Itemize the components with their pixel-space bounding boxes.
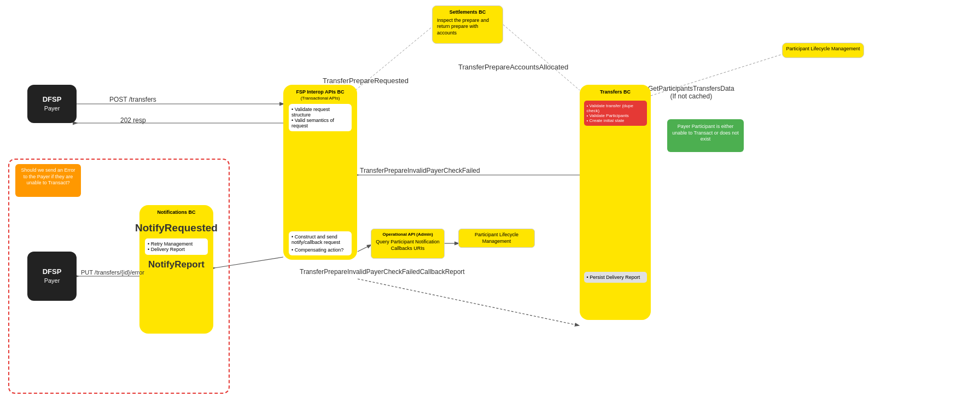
operational-api-label: Operational API (Admin): [374, 232, 441, 237]
dfsp-label-top: DFSP: [43, 95, 62, 104]
get-participants-label: GetParticipantsTransfersData (If not cac…: [648, 85, 734, 100]
transfer-prepare-accounts-label: TransferPrepareAccountsAllocated: [458, 63, 568, 71]
post-transfers-label: POST /transfers: [109, 96, 156, 103]
fsp-validate-box: • Validate request structure • Valid sem…: [289, 104, 352, 131]
svg-line-3: [503, 25, 580, 90]
should-we-send-text: Should we send an Error to the Payer if …: [21, 167, 75, 185]
notifications-bc-items: • Retry Management • Delivery Report: [145, 238, 208, 255]
participant-lifecycle-top-label: Participant Lifecycle Management: [786, 46, 860, 51]
svg-line-7: [358, 245, 371, 252]
notify-requested-text: NotifyRequested: [135, 222, 218, 234]
participant-lifecycle-top: Participant Lifecycle Management: [782, 43, 864, 58]
payer-error-box: Payer Participant is either unable to Tr…: [667, 119, 744, 152]
transfer-prepare-requested-label: TransferPrepareRequested: [323, 77, 409, 85]
validate-transfer-box: • Validate transfer (dupe check) • Valid…: [584, 101, 647, 126]
settlements-bc-label: Settlements BC: [437, 9, 498, 16]
dfsp-payer-top: DFSP Payer: [27, 85, 77, 123]
operational-api-box: Operational API (Admin) Query Participan…: [371, 229, 445, 259]
persist-delivery-box: • Persist Delivery Report: [584, 272, 647, 283]
invalid-payer-check-label: TransferPrepareInvalidPayerCheckFailed: [360, 167, 480, 174]
resp-202-label: 202 resp: [120, 116, 146, 124]
should-we-send-box: Should we send an Error to the Payer if …: [15, 164, 81, 197]
fsp-interop-bc-node: FSP Interop APIs BC (Transactional APIs)…: [283, 85, 357, 260]
fsp-bc-label: FSP Interop APIs BC: [296, 89, 344, 95]
fsp-bottom-box: • Construct and send notify/callback req…: [289, 231, 352, 255]
payer-label-top: Payer: [44, 104, 60, 112]
fsp-bc-sub: (Transactional APIs): [301, 96, 340, 101]
participant-lifecycle-mid: Participant Lifecycle Management: [458, 229, 535, 248]
notifications-bc-node: Notifications BC NotifyRequested • Retry…: [139, 205, 213, 334]
diagram-container: Settlements BC Inspect the prepare and r…: [0, 0, 980, 414]
dfsp-label-bottom: DFSP: [43, 267, 62, 277]
svg-line-10: [358, 279, 579, 325]
operational-api-sub: Query Participant Notification Callbacks…: [376, 239, 440, 251]
payer-error-text: Payer Participant is either unable to Tr…: [672, 124, 739, 142]
transfers-bc-label: Transfers BC: [600, 89, 631, 95]
put-transfers-label: PUT /transfers/{id}/error: [81, 269, 144, 276]
participant-lifecycle-mid-label: Participant Lifecycle Management: [475, 232, 518, 244]
notifications-bc-label: Notifications BC: [157, 209, 195, 215]
settlements-bc-node: Settlements BC Inspect the prepare and r…: [432, 5, 503, 44]
dfsp-payer-bottom: DFSP Payer: [27, 252, 77, 301]
transfers-bc-node: Transfers BC • Validate transfer (dupe c…: [580, 85, 651, 320]
invalid-payer-callback-label: TransferPrepareInvalidPayerCheckFailedCa…: [300, 268, 491, 276]
payer-label-bottom: Payer: [44, 277, 60, 284]
settlements-bc-content: Inspect the prepare and return prepare w…: [437, 18, 498, 37]
notify-report-text: NotifyReport: [148, 259, 205, 270]
